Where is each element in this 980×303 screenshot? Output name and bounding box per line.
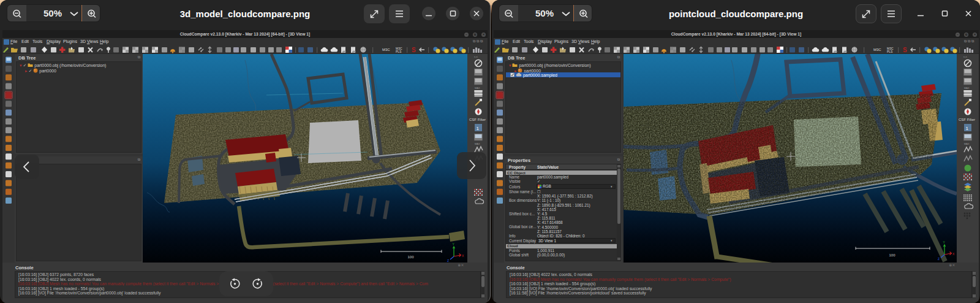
svg-text:CSF Filter: CSF Filter (959, 118, 975, 121)
svg-text:S: S (412, 47, 416, 53)
svg-text:MAX: MAX (964, 142, 970, 145)
svg-text:Z: Z (938, 257, 940, 261)
svg-text:CSF Filter: CSF Filter (469, 118, 486, 121)
svg-text:n-n: n-n (963, 55, 967, 58)
svg-text:1: 1 (477, 126, 480, 131)
svg-text:100: 100 (408, 255, 415, 259)
svg-text:PLS: PLS (396, 50, 402, 53)
svg-text:1: 1 (966, 126, 969, 131)
svg-text:n-n: n-n (474, 55, 478, 58)
svg-text:M3C: M3C (382, 48, 390, 52)
svg-text:M3C: M3C (873, 48, 881, 52)
svg-text:100: 100 (889, 253, 896, 257)
svg-text:PLS: PLS (887, 50, 893, 53)
svg-text:S: S (903, 47, 907, 53)
svg-text:MAX: MAX (475, 142, 480, 145)
svg-text:MAX: MAX (475, 86, 480, 90)
svg-text:MAX: MAX (964, 86, 970, 90)
